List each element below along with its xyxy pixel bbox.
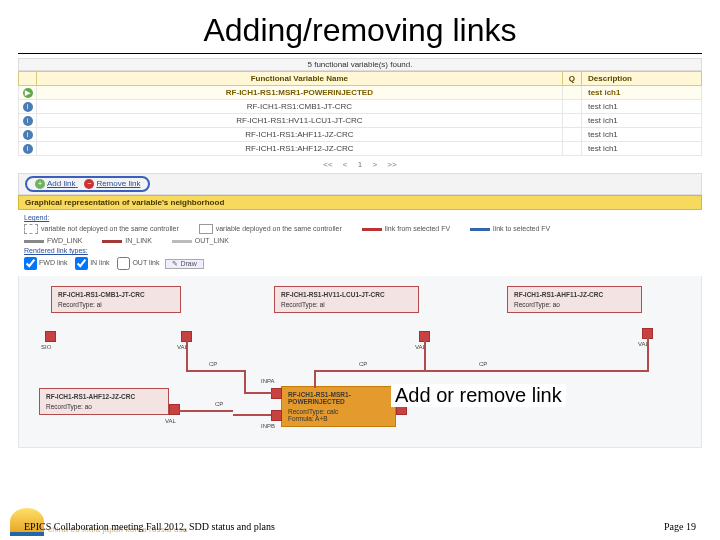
page-number: Page 19 bbox=[664, 521, 696, 532]
col-q[interactable]: Q bbox=[562, 72, 581, 86]
port-label: CP bbox=[209, 361, 217, 367]
port-label: CP bbox=[359, 361, 367, 367]
add-link-button[interactable]: +Add link bbox=[35, 179, 78, 188]
table-row[interactable]: i RF-ICH1-RS1:CMB1-JT-CRC test ich1 bbox=[19, 100, 702, 114]
table-row[interactable]: ▶ RF-ICH1-RS1:MSR1-POWERINJECTED test ic… bbox=[19, 86, 702, 100]
port-label: CP bbox=[215, 401, 223, 407]
legend-out: OUT_LINK bbox=[172, 237, 229, 244]
chk-in[interactable]: IN link bbox=[75, 259, 109, 266]
footer-left: EPICS Collaboration meeting Fall 2012, S… bbox=[24, 521, 275, 532]
legend-deployed: variable deployed on the same controller bbox=[199, 224, 342, 234]
col-desc[interactable]: Description bbox=[582, 72, 702, 86]
graph-section-heading: Graphical representation of variable's n… bbox=[18, 195, 702, 210]
node-selected[interactable]: RF-ICH1-RS1-MSR1-POWERINJECTED RecordTyp… bbox=[281, 386, 396, 427]
legend: Legend: variable not deployed on the sam… bbox=[18, 210, 702, 276]
table-row[interactable]: i RF-ICH1-RS1:HV11-LCU1-JT-CRC test ich1 bbox=[19, 114, 702, 128]
content: 5 functional variable(s) found. Function… bbox=[18, 58, 702, 448]
pager[interactable]: << < 1 > >> bbox=[18, 156, 702, 173]
node-ahf11[interactable]: RF-ICH1-RS1-AHF11-JZ-CRC RecordType: ao bbox=[507, 286, 642, 313]
node-hv11[interactable]: RF-ICH1-RS1-HV11-LCU1-JT-CRC RecordType:… bbox=[274, 286, 419, 313]
info-icon: i bbox=[23, 102, 33, 112]
results-count: 5 functional variable(s) found. bbox=[18, 58, 702, 71]
port-label: CP bbox=[479, 361, 487, 367]
annotate-box: +Add link −Remove link bbox=[25, 176, 150, 192]
info-icon: i bbox=[23, 144, 33, 154]
results-table: Functional Variable Name Q Description ▶… bbox=[18, 71, 702, 156]
node-ahf12[interactable]: RF-ICH1-RS1-AHF12-JZ-CRC RecordType: ao bbox=[39, 388, 169, 415]
info-icon: i bbox=[23, 116, 33, 126]
remove-link-button[interactable]: −Remove link bbox=[84, 179, 140, 188]
chk-fwd[interactable]: FWD link bbox=[24, 259, 67, 266]
legend-link-from: link from selected FV bbox=[362, 225, 450, 232]
slide-title: Adding/removing links bbox=[18, 0, 702, 54]
legend-link-to: link to selected FV bbox=[470, 225, 550, 232]
col-name[interactable]: Functional Variable Name bbox=[37, 72, 563, 86]
play-icon: ▶ bbox=[23, 88, 33, 98]
draw-button[interactable]: ✎ Draw bbox=[165, 259, 203, 269]
port[interactable] bbox=[45, 331, 56, 342]
diagram[interactable]: RF-ICH1-RS1-CMB1-JT-CRC RecordType: ai R… bbox=[18, 276, 702, 448]
minus-icon: − bbox=[84, 179, 94, 189]
port-label: SIO bbox=[41, 344, 51, 350]
port-label: INPB bbox=[261, 423, 275, 429]
footer: EPICS Collaboration meeting Fall 2012, S… bbox=[0, 521, 720, 532]
legend-not-deployed: variable not deployed on the same contro… bbox=[24, 224, 179, 234]
table-row[interactable]: i RF-ICH1-RS1:AHF11-JZ-CRC test ich1 bbox=[19, 128, 702, 142]
port[interactable] bbox=[271, 410, 282, 421]
info-icon: i bbox=[23, 130, 33, 140]
legend-fwd: FWD_LINK bbox=[24, 237, 82, 244]
port-label: VAL bbox=[165, 418, 176, 424]
port[interactable] bbox=[271, 388, 282, 399]
node-cmb1[interactable]: RF-ICH1-RS1-CMB1-JT-CRC RecordType: ai bbox=[51, 286, 181, 313]
table-row[interactable]: i RF-ICH1-RS1:AHF12-JZ-CRC test ich1 bbox=[19, 142, 702, 156]
chk-out[interactable]: OUT link bbox=[117, 259, 159, 266]
col-icon bbox=[19, 72, 37, 86]
plus-icon: + bbox=[35, 179, 45, 189]
port-label: INPA bbox=[261, 378, 275, 384]
legend-toggle[interactable]: Legend: bbox=[24, 214, 49, 221]
annotation: Add or remove link bbox=[391, 384, 566, 407]
legend-in: IN_LINK bbox=[102, 237, 151, 244]
rendered-types-toggle[interactable]: Rendered link types: bbox=[24, 247, 88, 254]
link-actions: +Add link −Remove link bbox=[18, 173, 702, 195]
